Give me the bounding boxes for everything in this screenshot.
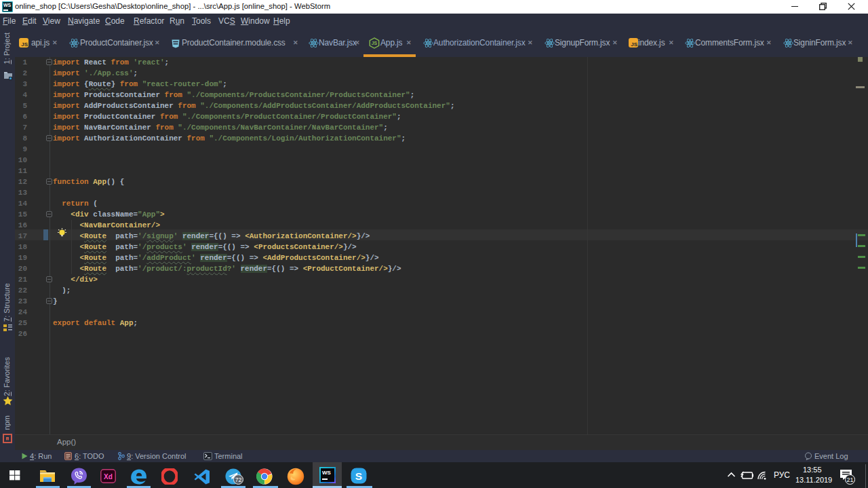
svg-text:JS: JS [372,41,378,45]
svg-text:S: S [355,470,362,482]
svg-text:Xd: Xd [104,473,113,481]
